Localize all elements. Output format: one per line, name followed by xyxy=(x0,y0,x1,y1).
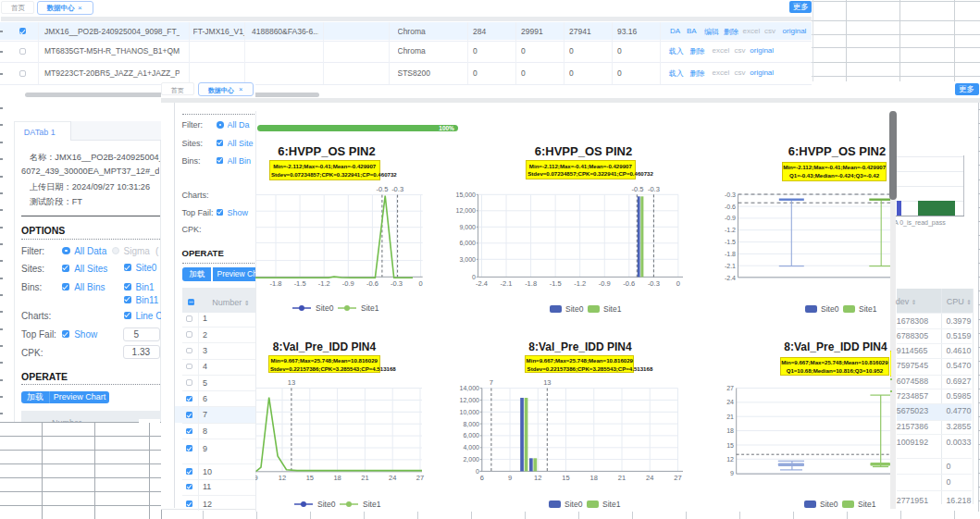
svg-text:-0.5: -0.5 xyxy=(376,185,388,193)
svg-text:21: 21 xyxy=(726,414,734,420)
svg-text:-1.2: -1.2 xyxy=(318,279,330,288)
svg-text:18: 18 xyxy=(726,427,734,434)
svg-text:-1.5: -1.5 xyxy=(294,279,306,288)
svg-text:24: 24 xyxy=(726,399,734,405)
svg-text:15: 15 xyxy=(306,474,314,482)
svg-text:21: 21 xyxy=(618,474,626,482)
svg-text:-0.9: -0.9 xyxy=(599,279,611,288)
svg-text:-1.5: -1.5 xyxy=(550,279,562,288)
svg-text:Site0: Site0 xyxy=(316,303,334,313)
svg-text:-0.6: -0.6 xyxy=(623,279,635,288)
svg-text:18: 18 xyxy=(333,474,341,482)
svg-text:-1.2: -1.2 xyxy=(574,279,586,288)
svg-text:Site1: Site1 xyxy=(602,500,621,509)
svg-text:4,000: 4,000 xyxy=(463,444,479,451)
svg-text:9: 9 xyxy=(508,474,512,482)
svg-text:-2.1: -2.1 xyxy=(501,279,513,288)
svg-text:2,000: 2,000 xyxy=(463,456,479,463)
svg-text:-0.3: -0.3 xyxy=(648,185,660,193)
svg-text:-1.8: -1.8 xyxy=(725,251,736,257)
svg-text:12,000: 12,000 xyxy=(460,397,480,403)
svg-text:13: 13 xyxy=(543,378,551,387)
svg-text:-1.8: -1.8 xyxy=(525,279,537,288)
svg-text:9,000: 9,000 xyxy=(459,224,476,230)
svg-text:6,000: 6,000 xyxy=(459,240,476,246)
svg-text:10,000: 10,000 xyxy=(460,409,480,415)
svg-text:3,000: 3,000 xyxy=(459,256,476,263)
svg-text:0: 0 xyxy=(419,279,423,288)
svg-text:-0.5: -0.5 xyxy=(632,185,644,193)
svg-text:0: 0 xyxy=(476,468,479,475)
svg-text:-2.1: -2.1 xyxy=(725,263,736,269)
svg-text:7: 7 xyxy=(490,378,493,387)
svg-text:15: 15 xyxy=(562,474,569,482)
svg-text:27: 27 xyxy=(416,474,424,482)
svg-text:12: 12 xyxy=(726,456,734,463)
svg-text:0: 0 xyxy=(676,279,680,288)
svg-text:-0.3: -0.3 xyxy=(725,192,736,198)
svg-text:27: 27 xyxy=(674,474,681,482)
svg-text:Site0: Site0 xyxy=(565,304,584,314)
svg-text:12: 12 xyxy=(279,474,286,482)
svg-text:14,000: 14,000 xyxy=(460,385,480,391)
svg-text:24: 24 xyxy=(646,474,653,482)
svg-text:Site1: Site1 xyxy=(858,500,876,509)
svg-text:21: 21 xyxy=(361,474,368,482)
svg-text:-0.9: -0.9 xyxy=(342,279,354,288)
svg-text:12: 12 xyxy=(534,474,541,482)
svg-text:-1.2: -1.2 xyxy=(725,227,736,233)
svg-text:Site0: Site0 xyxy=(317,500,336,509)
svg-text:Site0: Site0 xyxy=(821,304,839,314)
svg-text:-1.8: -1.8 xyxy=(270,279,282,288)
svg-text:18: 18 xyxy=(590,474,598,482)
svg-text:6,000: 6,000 xyxy=(463,432,479,439)
svg-text:9: 9 xyxy=(255,474,258,482)
svg-text:6: 6 xyxy=(480,474,484,482)
svg-text:15,000: 15,000 xyxy=(456,192,477,198)
svg-text:24: 24 xyxy=(389,474,396,482)
svg-text:Site1: Site1 xyxy=(361,303,379,313)
svg-text:-0.6: -0.6 xyxy=(725,204,736,210)
svg-text:-0.9: -0.9 xyxy=(725,215,736,221)
svg-text:Site0: Site0 xyxy=(564,500,583,509)
svg-text:Site1: Site1 xyxy=(859,304,877,314)
svg-text:15: 15 xyxy=(726,442,734,449)
svg-text:-2.4: -2.4 xyxy=(476,279,488,288)
svg-text:-0.3: -0.3 xyxy=(648,279,660,288)
svg-text:8,000: 8,000 xyxy=(463,421,479,427)
svg-text:12,000: 12,000 xyxy=(456,207,477,214)
svg-text:-0.3: -0.3 xyxy=(391,279,403,288)
svg-text:Site1: Site1 xyxy=(363,500,381,509)
svg-text:-1.5: -1.5 xyxy=(725,239,736,245)
svg-text:13: 13 xyxy=(288,378,295,387)
svg-text:-2.4: -2.4 xyxy=(725,275,736,281)
svg-text:-0.6: -0.6 xyxy=(366,279,378,288)
svg-text:Site0: Site0 xyxy=(820,500,838,509)
svg-text:9: 9 xyxy=(730,470,734,476)
svg-text:Site1: Site1 xyxy=(603,304,622,314)
svg-text:-0.3: -0.3 xyxy=(391,185,403,193)
svg-text:27: 27 xyxy=(726,385,734,391)
